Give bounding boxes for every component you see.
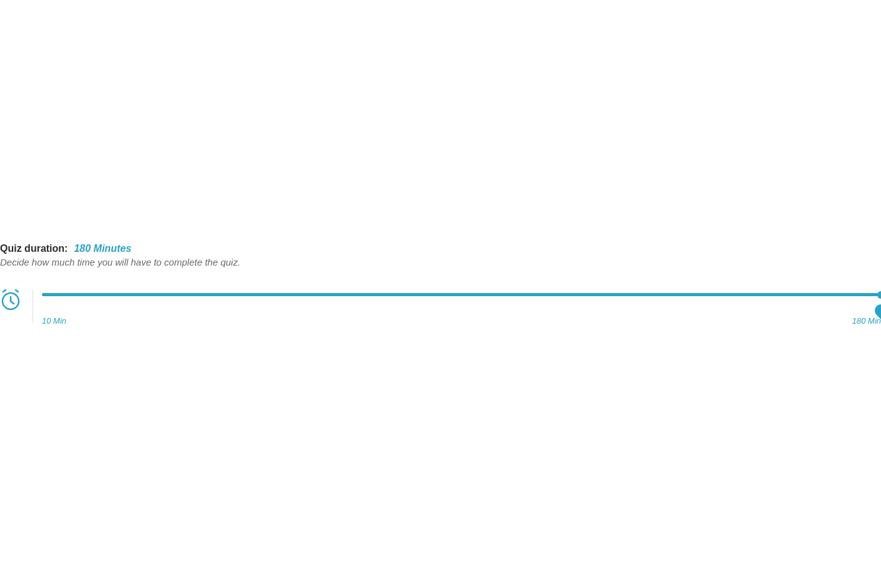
vertical-divider xyxy=(33,289,33,323)
duration-label: Quiz duration: xyxy=(0,243,68,254)
clock-icon xyxy=(0,289,21,311)
slider-container: 10 Min 180 Min xyxy=(0,289,881,326)
duration-subtitle: Decide how much time you will have to co… xyxy=(0,257,881,267)
slider-min-label: 10 Min xyxy=(42,316,66,326)
duration-slider[interactable] xyxy=(42,293,881,296)
quiz-duration-section: Quiz duration: 180 Minutes Decide how mu… xyxy=(0,243,881,326)
slider-area: 10 Min 180 Min xyxy=(42,289,881,326)
slider-handle[interactable] xyxy=(877,291,881,299)
duration-value: 180 Minutes xyxy=(74,243,131,254)
slider-labels: 10 Min 180 Min xyxy=(42,316,881,326)
slider-max-label: 180 Min xyxy=(852,316,881,326)
title-row: Quiz duration: 180 Minutes xyxy=(0,243,881,254)
